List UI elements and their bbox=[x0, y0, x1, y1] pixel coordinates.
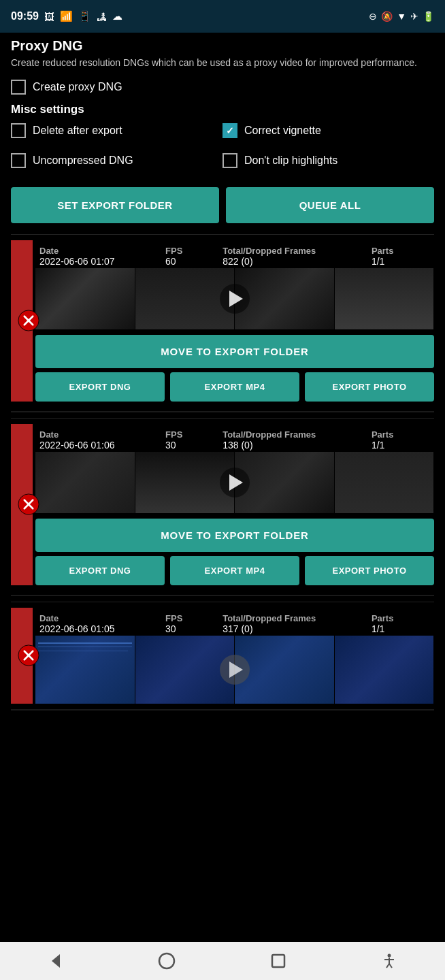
export-photo-button-1[interactable]: EXPORT PHOTO bbox=[305, 372, 434, 402]
divider-1 bbox=[11, 234, 434, 235]
dont-clip-highlights-label: Don't clip highlights bbox=[244, 154, 337, 167]
svg-point-10 bbox=[159, 953, 174, 968]
export-mp4-button-1[interactable]: EXPORT MP4 bbox=[170, 372, 299, 402]
recording-2-parts-value: 1/1 bbox=[372, 440, 429, 451]
delete-after-export-checkbox[interactable] bbox=[11, 123, 26, 138]
queue-all-button[interactable]: QUEUE ALL bbox=[226, 187, 434, 223]
minus-icon: ⊖ bbox=[369, 11, 377, 22]
uncompressed-dng-checkbox[interactable] bbox=[11, 153, 26, 168]
status-icons-right: ⊖ 🔕 ▼ ✈ 🔋 bbox=[369, 11, 434, 22]
recording-1-parts-col: Parts 1/1 bbox=[372, 246, 429, 267]
set-export-folder-button[interactable]: SET EXPORT FOLDER bbox=[11, 187, 219, 223]
recording-3-frames-label: Total/Dropped Frames bbox=[222, 613, 372, 623]
divider-3 bbox=[11, 602, 434, 602]
recording-1-fps-col: FPS 60 bbox=[165, 246, 222, 267]
action-buttons: SET EXPORT FOLDER QUEUE ALL bbox=[11, 187, 434, 223]
recording-3-fps-label: FPS bbox=[165, 613, 222, 623]
status-bar: 09:59 🖼 📶 📱 🏞 ☁ ⊖ 🔕 ▼ ✈ 🔋 bbox=[0, 0, 445, 33]
misc-settings-grid: Delete after export Correct vignette Unc… bbox=[11, 123, 434, 176]
export-dng-button-2[interactable]: EXPORT DNG bbox=[35, 556, 165, 585]
phone-icon: 📱 bbox=[78, 10, 91, 22]
accessibility-button[interactable] bbox=[369, 946, 410, 976]
recording-item-1: Date 2022-06-06 01:07 FPS 60 Total/Dropp… bbox=[11, 240, 434, 412]
close-recording-2-button[interactable] bbox=[16, 492, 41, 517]
recording-2-fps-label: FPS bbox=[165, 429, 222, 440]
recording-1-parts-label: Parts bbox=[372, 246, 429, 256]
recording-1-thumbnails[interactable] bbox=[35, 268, 434, 329]
misc-settings-title: Misc settings bbox=[11, 103, 434, 116]
recording-3-fps-col: FPS 30 bbox=[165, 613, 222, 634]
recording-1-date-value: 2022-06-06 01:07 bbox=[39, 256, 165, 267]
wifi-icon: 📶 bbox=[60, 10, 73, 22]
correct-vignette-row[interactable]: Correct vignette bbox=[222, 123, 434, 138]
recording-3-frames-value: 317 (0) bbox=[222, 623, 372, 634]
delete-after-export-label: Delete after export bbox=[33, 125, 122, 137]
recording-1-export-row: EXPORT DNG EXPORT MP4 EXPORT PHOTO bbox=[35, 372, 434, 402]
dont-clip-highlights-checkbox[interactable] bbox=[222, 153, 237, 168]
recording-2-date-value: 2022-06-06 01:06 bbox=[39, 440, 165, 451]
recording-item-3: Date 2022-06-06 01:05 FPS 30 Total/Dropp… bbox=[11, 608, 434, 710]
svg-rect-11 bbox=[272, 955, 284, 967]
recording-3-thumbnails[interactable] bbox=[35, 636, 434, 704]
recording-1-fps-value: 60 bbox=[165, 256, 222, 267]
export-mp4-button-2[interactable]: EXPORT MP4 bbox=[170, 556, 299, 585]
correct-vignette-checkbox[interactable] bbox=[222, 123, 237, 138]
recording-3-frames-col: Total/Dropped Frames 317 (0) bbox=[222, 613, 372, 634]
wifi-signal-icon: ▼ bbox=[397, 11, 406, 22]
photo-icon: 🖼 bbox=[44, 11, 54, 22]
play-button-1[interactable] bbox=[220, 284, 250, 314]
home-button[interactable] bbox=[146, 946, 187, 976]
recording-1-frames-col: Total/Dropped Frames 822 (0) bbox=[222, 246, 372, 267]
recording-3-date-value: 2022-06-06 01:05 bbox=[39, 623, 165, 634]
status-left: 09:59 🖼 📶 📱 🏞 ☁ bbox=[11, 10, 122, 22]
back-button[interactable] bbox=[35, 946, 76, 976]
recording-2-parts-label: Parts bbox=[372, 429, 429, 440]
create-proxy-dng-checkbox[interactable] bbox=[11, 80, 26, 95]
image-icon: 🏞 bbox=[97, 11, 107, 22]
svg-point-12 bbox=[388, 954, 391, 958]
recording-2-frames-col: Total/Dropped Frames 138 (0) bbox=[222, 429, 372, 451]
recording-3-parts-col: Parts 1/1 bbox=[372, 613, 429, 634]
recent-apps-button[interactable] bbox=[258, 946, 299, 976]
recording-3-fps-value: 30 bbox=[165, 623, 222, 634]
export-photo-button-2[interactable]: EXPORT PHOTO bbox=[305, 556, 434, 585]
play-button-2[interactable] bbox=[220, 468, 250, 497]
recording-2-export-row: EXPORT DNG EXPORT MP4 EXPORT PHOTO bbox=[35, 556, 434, 585]
recording-3-date-col: Date 2022-06-06 01:05 bbox=[39, 613, 165, 634]
create-proxy-dng-label: Create proxy DNG bbox=[33, 81, 122, 93]
recording-3-meta: Date 2022-06-06 01:05 FPS 30 Total/Dropp… bbox=[11, 608, 434, 636]
correct-vignette-label: Correct vignette bbox=[244, 125, 321, 137]
page-title: Proxy DNG bbox=[11, 38, 434, 54]
mute-icon: 🔕 bbox=[381, 11, 393, 22]
delete-after-export-row[interactable]: Delete after export bbox=[11, 123, 222, 138]
navigation-bar bbox=[0, 942, 445, 980]
recording-item-2: Date 2022-06-06 01:06 FPS 30 Total/Dropp… bbox=[11, 424, 434, 596]
recording-2-frames-label: Total/Dropped Frames bbox=[222, 429, 372, 440]
divider-2 bbox=[11, 418, 434, 419]
close-recording-1-button[interactable] bbox=[16, 308, 41, 333]
export-dng-button-1[interactable]: EXPORT DNG bbox=[35, 372, 165, 402]
recording-1-fps-label: FPS bbox=[165, 246, 222, 256]
recording-1-meta: Date 2022-06-06 01:07 FPS 60 Total/Dropp… bbox=[11, 240, 434, 268]
recording-2-date-col: Date 2022-06-06 01:06 bbox=[39, 429, 165, 451]
dont-clip-highlights-row[interactable]: Don't clip highlights bbox=[222, 153, 434, 168]
recording-2-frames-value: 138 (0) bbox=[222, 440, 372, 451]
recording-2-date-label: Date bbox=[39, 429, 165, 440]
cloud-icon: ☁ bbox=[112, 10, 122, 22]
move-to-export-folder-button-2[interactable]: MOVE TO EXPORT FOLDER bbox=[35, 519, 434, 552]
move-to-export-folder-button-1[interactable]: MOVE TO EXPORT FOLDER bbox=[35, 335, 434, 368]
recording-1-frames-value: 822 (0) bbox=[222, 256, 372, 267]
recording-2-meta: Date 2022-06-06 01:06 FPS 30 Total/Dropp… bbox=[11, 424, 434, 452]
recording-2-fps-value: 30 bbox=[165, 440, 222, 451]
recording-1-parts-value: 1/1 bbox=[372, 256, 429, 267]
recording-2-thumbnails[interactable] bbox=[35, 452, 434, 513]
uncompressed-dng-label: Uncompressed DNG bbox=[33, 154, 133, 167]
uncompressed-dng-row[interactable]: Uncompressed DNG bbox=[11, 153, 222, 168]
play-button-3[interactable] bbox=[220, 655, 250, 685]
create-proxy-dng-row[interactable]: Create proxy DNG bbox=[11, 80, 434, 95]
battery-icon: 🔋 bbox=[423, 11, 434, 22]
close-recording-3-button[interactable] bbox=[16, 643, 41, 668]
recording-2-parts-col: Parts 1/1 bbox=[372, 429, 429, 451]
recording-3-date-label: Date bbox=[39, 613, 165, 623]
airplane-icon: ✈ bbox=[410, 11, 418, 22]
